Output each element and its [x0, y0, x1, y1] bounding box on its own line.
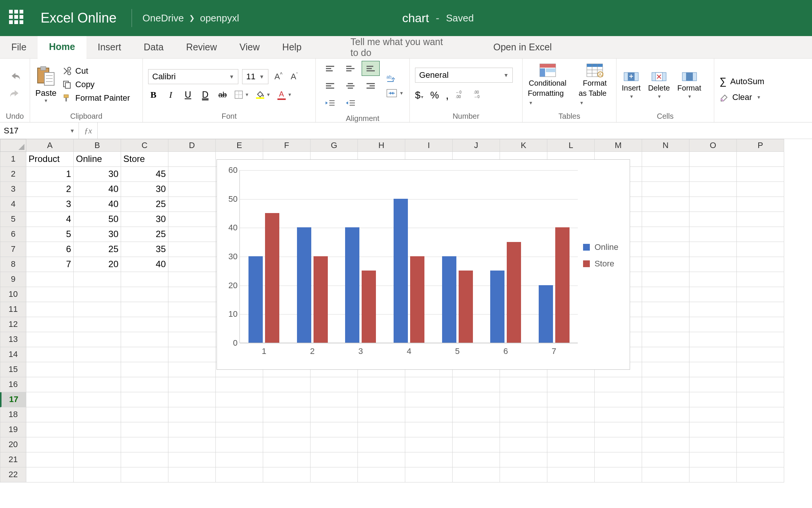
cell[interactable]: 25: [121, 227, 168, 242]
cell[interactable]: [74, 272, 121, 287]
cell[interactable]: [500, 392, 547, 407]
cell[interactable]: [168, 362, 216, 377]
cell[interactable]: [74, 377, 121, 392]
cell[interactable]: [595, 407, 642, 422]
cell[interactable]: [168, 197, 216, 212]
cell[interactable]: [737, 362, 784, 377]
cell[interactable]: [689, 467, 737, 482]
cell[interactable]: [453, 392, 500, 407]
cell[interactable]: [737, 317, 784, 332]
cell[interactable]: [689, 272, 737, 287]
cell[interactable]: Store: [121, 152, 168, 167]
embedded-chart[interactable]: 01020304050601234567 OnlineStore: [217, 159, 630, 370]
cell[interactable]: 7: [26, 257, 74, 272]
format-as-table-button[interactable]: AZ Format as Table ▼: [579, 63, 611, 106]
cell[interactable]: [595, 377, 642, 392]
merge-center-button[interactable]: ▼: [386, 89, 404, 97]
row-header[interactable]: 15: [0, 362, 26, 377]
cell[interactable]: [263, 437, 311, 452]
cell[interactable]: [74, 302, 121, 317]
cell[interactable]: [358, 452, 405, 467]
cell[interactable]: [689, 422, 737, 437]
cell[interactable]: [168, 302, 216, 317]
cell[interactable]: [689, 212, 737, 227]
format-painter-button[interactable]: Format Painter: [62, 93, 130, 103]
cell[interactable]: [74, 467, 121, 482]
delete-cells-button[interactable]: Delete ▼: [648, 70, 670, 99]
cell[interactable]: 40: [74, 182, 121, 197]
cell[interactable]: [168, 332, 216, 347]
cell[interactable]: [311, 437, 358, 452]
column-header[interactable]: O: [689, 139, 737, 152]
cell[interactable]: [689, 242, 737, 257]
cell[interactable]: [263, 377, 311, 392]
cell[interactable]: [737, 467, 784, 482]
cell[interactable]: [121, 347, 168, 362]
cell[interactable]: [642, 467, 689, 482]
cell[interactable]: [121, 467, 168, 482]
copy-button[interactable]: Copy: [62, 80, 130, 89]
row-header[interactable]: 8: [0, 257, 26, 272]
cell[interactable]: [737, 197, 784, 212]
cell[interactable]: 6: [26, 242, 74, 257]
cell[interactable]: [453, 377, 500, 392]
grow-font-button[interactable]: A^: [272, 71, 285, 82]
cell[interactable]: [168, 287, 216, 302]
row-header[interactable]: 13: [0, 332, 26, 347]
chart-bar[interactable]: [394, 199, 408, 343]
cell[interactable]: [737, 242, 784, 257]
cell[interactable]: [595, 467, 642, 482]
cell[interactable]: [689, 167, 737, 182]
cell[interactable]: [168, 152, 216, 167]
column-header[interactable]: H: [358, 139, 405, 152]
cell[interactable]: [737, 257, 784, 272]
cell[interactable]: 35: [121, 242, 168, 257]
cell[interactable]: [547, 437, 595, 452]
cell[interactable]: [168, 407, 216, 422]
cell[interactable]: [168, 452, 216, 467]
cell[interactable]: [121, 392, 168, 407]
cell[interactable]: [737, 167, 784, 182]
cell[interactable]: [26, 392, 74, 407]
cell[interactable]: [500, 437, 547, 452]
cell[interactable]: [547, 467, 595, 482]
row-header[interactable]: 17: [0, 392, 26, 407]
cell[interactable]: 1: [26, 167, 74, 182]
chart-bar[interactable]: [314, 256, 328, 343]
column-header[interactable]: F: [263, 139, 311, 152]
cell[interactable]: [168, 227, 216, 242]
cell[interactable]: [405, 467, 453, 482]
cell[interactable]: [168, 377, 216, 392]
cell[interactable]: [642, 437, 689, 452]
cell[interactable]: [26, 362, 74, 377]
cell[interactable]: [405, 452, 453, 467]
cell[interactable]: [689, 452, 737, 467]
chart-bar[interactable]: [539, 285, 553, 343]
menu-insert[interactable]: Insert: [86, 36, 133, 58]
row-header[interactable]: 11: [0, 302, 26, 317]
cell[interactable]: [500, 467, 547, 482]
cell[interactable]: 40: [74, 197, 121, 212]
column-header[interactable]: K: [500, 139, 547, 152]
tell-me-search[interactable]: Tell me what you want to do: [339, 36, 456, 58]
column-header[interactable]: N: [642, 139, 689, 152]
cell[interactable]: [358, 407, 405, 422]
cell[interactable]: [168, 467, 216, 482]
cell[interactable]: [595, 392, 642, 407]
column-header[interactable]: C: [121, 139, 168, 152]
cell[interactable]: [547, 377, 595, 392]
cell[interactable]: [595, 452, 642, 467]
cell[interactable]: [642, 227, 689, 242]
cell[interactable]: [689, 392, 737, 407]
cell[interactable]: [642, 422, 689, 437]
cell[interactable]: [642, 317, 689, 332]
name-box[interactable]: S17 ▼: [0, 122, 79, 139]
align-right-button[interactable]: [362, 78, 380, 93]
cell[interactable]: [642, 152, 689, 167]
insert-cells-button[interactable]: Insert ▼: [622, 70, 641, 99]
row-header[interactable]: 20: [0, 437, 26, 452]
cell[interactable]: [121, 437, 168, 452]
increase-indent-button[interactable]: [341, 95, 359, 110]
cell[interactable]: [547, 422, 595, 437]
cell[interactable]: [168, 242, 216, 257]
